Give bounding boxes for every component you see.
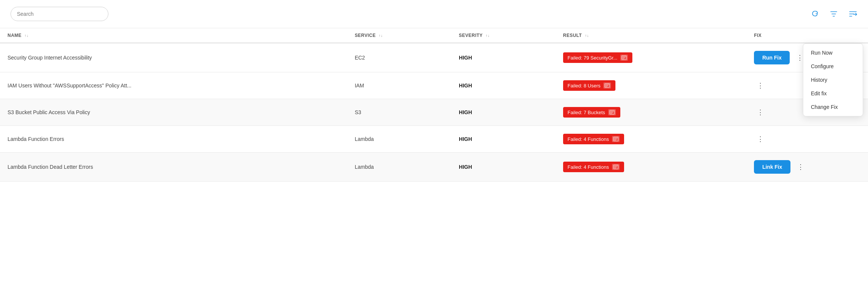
three-dot-menu-button[interactable]: ⋮ [754,80,767,91]
cell-severity: HIGH [451,126,556,153]
run-fix-button[interactable]: Run Fix [754,51,790,64]
col-header-service[interactable]: SERVICE ↑↓ [347,28,451,43]
checks-table: NAME ↑↓ SERVICE ↑↓ SEVERITY ↑↓ RESULT ↑↓… [0,28,868,182]
cell-name: S3 Bucket Public Access Via Policy [0,99,347,126]
header-icons [811,10,857,18]
dropdown-item-history[interactable]: History [803,73,863,87]
cell-service: Lambda [347,153,451,182]
dropdown-item-change_fix[interactable]: Change Fix [803,100,863,114]
result-badge: Failed: 7 Buckets [563,107,620,118]
cell-name: Lambda Function Dead Letter Errors [0,153,347,182]
three-dot-menu-button[interactable]: ⋮ [754,107,767,118]
table-row: IAM Users Without "AWSSupportAccess" Pol… [0,72,868,99]
result-badge-icon [620,55,628,61]
cell-service: S3 [347,99,451,126]
dropdown-item-edit_fix[interactable]: Edit fix [803,87,863,100]
cell-severity: HIGH [451,99,556,126]
link-fix-button[interactable]: Link Fix [754,160,790,174]
dropdown-item-configure[interactable]: Configure [803,60,863,73]
col-header-severity[interactable]: SEVERITY ↑↓ [451,28,556,43]
cell-severity: HIGH [451,72,556,99]
search-input[interactable] [11,7,108,21]
result-badge-icon [612,136,620,142]
cell-result: Failed: 7 Buckets [556,99,746,126]
fix-cell-inner: Link Fix⋮ [754,160,860,174]
result-badge-icon [603,83,611,89]
result-badge-icon [612,164,620,170]
sort-arrows-result: ↑↓ [585,34,589,38]
main-table-container: NAME ↑↓ SERVICE ↑↓ SEVERITY ↑↓ RESULT ↑↓… [0,28,868,182]
dropdown-item-run_now[interactable]: Run Now [803,46,863,60]
cell-result: Failed: 79 SecurityGr... [556,43,746,72]
result-badge-text: Failed: 4 Functions [568,136,609,142]
cell-name: Lambda Function Errors [0,126,347,153]
cell-result: Failed: 8 Users [556,72,746,99]
col-header-result[interactable]: RESULT ↑↓ [556,28,746,43]
fix-dropdown-menu: Run NowConfigureHistoryEdit fixChange Fi… [803,43,863,116]
table-header-row: NAME ↑↓ SERVICE ↑↓ SEVERITY ↑↓ RESULT ↑↓… [0,28,868,43]
table-row: Security Group Internet AccessibilityEC2… [0,43,868,72]
col-header-name[interactable]: NAME ↑↓ [0,28,347,43]
result-badge-text: Failed: 7 Buckets [568,110,605,115]
table-row: Lambda Function ErrorsLambdaHIGHFailed: … [0,126,868,153]
cell-severity: HIGH [451,43,556,72]
result-badge-text: Failed: 4 Functions [568,164,609,170]
cell-service: IAM [347,72,451,99]
col-header-fix: FIX [746,28,868,43]
cell-name: IAM Users Without "AWSSupportAccess" Pol… [0,72,347,99]
three-dot-menu-button[interactable]: ⋮ [794,161,807,173]
result-badge: Failed: 79 SecurityGr... [563,52,632,63]
result-badge: Failed: 4 Functions [563,134,624,144]
cell-fix: Run NowConfigureHistoryEdit fixChange Fi… [746,43,868,72]
cell-fix: ⋮ [746,126,868,153]
three-dot-menu-button[interactable]: ⋮ [754,133,767,145]
cell-result: Failed: 4 Functions [556,153,746,182]
result-badge-text: Failed: 8 Users [568,83,600,89]
fix-cell-inner: ⋮ [754,133,860,145]
result-badge: Failed: 8 Users [563,80,615,91]
filter-icon[interactable] [830,10,838,18]
result-badge-text: Failed: 79 SecurityGr... [568,55,617,61]
cell-fix: Link Fix⋮ [746,153,868,182]
refresh-icon[interactable] [811,10,819,18]
cell-service: EC2 [347,43,451,72]
cell-result: Failed: 4 Functions [556,126,746,153]
table-row: S3 Bucket Public Access Via PolicyS3HIGH… [0,99,868,126]
cell-severity: HIGH [451,153,556,182]
cell-service: Lambda [347,126,451,153]
sort-arrows-severity: ↑↓ [486,34,490,38]
sort-icon[interactable] [848,10,857,18]
page-header [0,0,868,28]
table-row: Lambda Function Dead Letter ErrorsLambda… [0,153,868,182]
sort-arrows-service: ↑↓ [379,34,383,38]
search-wrapper [11,7,108,21]
sort-arrows-name: ↑↓ [24,34,29,38]
result-badge-icon [608,109,616,115]
result-badge: Failed: 4 Functions [563,162,624,172]
cell-name: Security Group Internet Accessibility [0,43,347,72]
